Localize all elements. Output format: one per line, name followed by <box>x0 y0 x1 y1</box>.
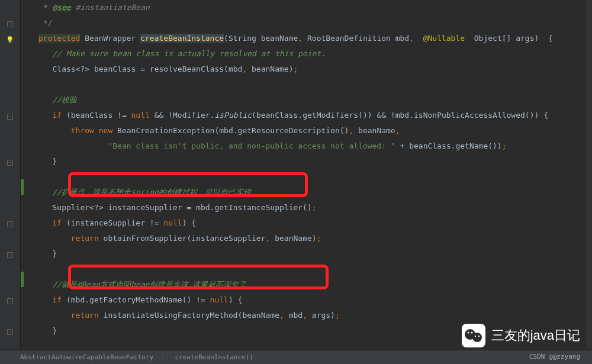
gutter-row <box>0 1 20 17</box>
bulb-icon[interactable]: 💡 <box>0 32 20 47</box>
gutter-row <box>0 63 20 78</box>
gutter-row <box>0 140 20 155</box>
fold-close-icon[interactable]: − <box>0 17 20 32</box>
fold-open-icon[interactable]: − <box>0 109 20 124</box>
code-area[interactable]: * @see #instantiateBean */ protected Bea… <box>21 0 592 349</box>
gutter-row <box>0 309 20 324</box>
gutter-row <box>0 94 20 109</box>
vcs-marker <box>21 272 24 287</box>
wechat-icon <box>462 324 485 347</box>
code-line[interactable]: */ <box>22 15 592 31</box>
code-line[interactable]: return obtainFromSupplier(instanceSuppli… <box>22 231 592 246</box>
gutter-row <box>0 78 20 94</box>
code-line[interactable]: if (mbd.getFactoryMethodName() != null) … <box>22 292 592 308</box>
code-line[interactable]: throw new BeanCreationException(mbd.getR… <box>22 123 592 138</box>
code-line[interactable]: } <box>22 154 592 169</box>
gutter-row <box>0 170 20 186</box>
fold-open-icon[interactable]: − <box>0 294 20 309</box>
gutter-row <box>0 201 20 217</box>
code-line[interactable]: protected BeanWrapper createBeanInstance… <box>22 31 592 46</box>
code-line[interactable]: if (instanceSupplier != null) { <box>22 215 592 231</box>
svg-point-4 <box>474 336 475 337</box>
code-line[interactable]: //就是@Bean方式声明bean创建是走这,这里就不深究了 <box>22 277 592 292</box>
fold-open-icon[interactable]: − <box>0 217 20 232</box>
code-line[interactable] <box>22 77 592 92</box>
watermark: 三友的java日记 <box>462 324 580 347</box>
vcs-marker <box>21 179 24 195</box>
fold-close-icon[interactable]: − <box>0 324 20 340</box>
code-line[interactable]: * @see #instantiateBean <box>22 0 592 15</box>
code-line[interactable]: } <box>22 246 592 262</box>
gutter-row <box>0 186 20 201</box>
gutter-row <box>0 278 20 294</box>
code-line[interactable]: Class<?> beanClass = resolveBeanClass(mb… <box>22 62 592 77</box>
code-line[interactable]: //校验 <box>22 92 592 108</box>
watermark-text: 三友的java日记 <box>491 327 580 344</box>
gutter-row <box>0 232 20 247</box>
svg-point-1 <box>472 333 482 342</box>
breadcrumb-item[interactable]: createBeanInstance() <box>175 353 253 361</box>
fold-close-icon[interactable]: − <box>0 247 20 263</box>
code-line[interactable]: //扩展点，就是不想走spring的创建过程，可以自己实现 <box>22 185 592 200</box>
watermark-sub: CSDN @@zzyang <box>529 353 580 360</box>
code-line[interactable]: "Bean class isn't public, and non-public… <box>22 138 592 154</box>
code-line[interactable]: // Make sure bean class is actually reso… <box>22 46 592 62</box>
gutter-row <box>0 47 20 63</box>
scrollbar[interactable] <box>585 0 592 349</box>
gutter-row <box>0 124 20 140</box>
gutter: − 💡 − − − − − − <box>0 0 21 349</box>
code-line[interactable]: if (beanClass != null && !Modifier.isPub… <box>22 108 592 123</box>
code-line[interactable] <box>22 262 592 277</box>
svg-point-5 <box>478 336 479 337</box>
chevron-right-icon: 〉 <box>161 353 168 361</box>
svg-point-3 <box>471 332 472 334</box>
breadcrumb-item[interactable]: AbstractAutowireCapableBeanFactory <box>20 353 153 361</box>
fold-close-icon[interactable]: − <box>0 155 20 170</box>
code-line[interactable]: Supplier<?> instanceSupplier = mbd.getIn… <box>22 200 592 215</box>
svg-point-2 <box>467 332 469 334</box>
gutter-row <box>0 263 20 278</box>
code-line[interactable] <box>22 169 592 185</box>
code-line[interactable]: return instantiateUsingFactoryMethod(bea… <box>22 308 592 323</box>
breadcrumb[interactable]: AbstractAutowireCapableBeanFactory 〉 cre… <box>0 350 592 364</box>
